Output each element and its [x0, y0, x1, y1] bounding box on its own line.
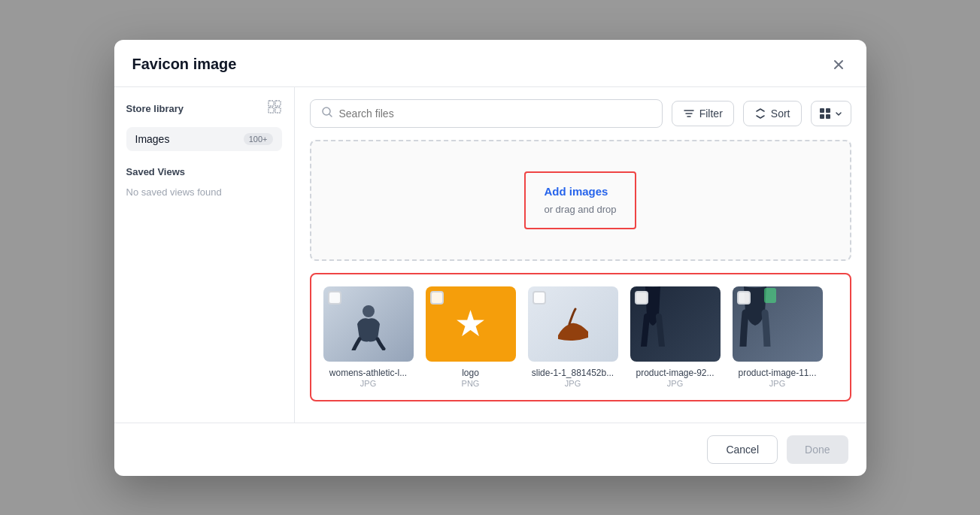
saved-views-label: Saved Views [126, 166, 282, 177]
library-icon [267, 99, 282, 118]
list-item[interactable]: slide-1-1_881452b... JPG [528, 286, 618, 389]
list-item[interactable]: product-image-92... JPG [630, 286, 721, 389]
image-name: slide-1-1_881452b... [532, 368, 614, 380]
drag-drop-text: or drag and drop [544, 204, 616, 215]
image-name: product-image-92... [636, 368, 714, 380]
image-name: product-image-11... [738, 368, 816, 380]
filter-label: Filter [699, 108, 723, 120]
image-checkbox[interactable] [635, 291, 648, 304]
image-type: PNG [462, 379, 480, 388]
upload-area[interactable]: Add images or drag and drop [310, 140, 851, 261]
image-type: JPG [565, 379, 581, 388]
modal-footer: Cancel Done [114, 423, 866, 476]
svg-rect-5 [820, 108, 824, 113]
svg-rect-0 [269, 101, 274, 106]
svg-rect-6 [826, 108, 830, 113]
star-icon: ★ [454, 306, 487, 342]
list-item[interactable]: ★ logo PNG [426, 286, 516, 389]
image-checkbox[interactable] [532, 291, 546, 304]
toolbar: Filter Sort [310, 99, 851, 128]
search-input[interactable] [339, 108, 651, 120]
image-name: womens-athletic-l... [329, 368, 407, 380]
svg-rect-3 [275, 108, 281, 113]
list-item[interactable]: product-image-11... JPG [733, 286, 823, 389]
modal: Favicon image Store library [114, 40, 866, 476]
sort-button[interactable]: Sort [743, 101, 802, 126]
svg-rect-1 [275, 101, 281, 106]
done-button[interactable]: Done [787, 435, 848, 464]
modal-header: Favicon image [114, 40, 866, 87]
image-thumbnail: ★ [426, 286, 516, 362]
image-type: JPG [360, 379, 376, 388]
image-thumbnail [528, 286, 618, 362]
image-thumbnail [733, 286, 823, 362]
filter-button[interactable]: Filter [672, 101, 734, 126]
store-library-label: Store library [126, 103, 184, 114]
cancel-button[interactable]: Cancel [707, 435, 778, 464]
image-checkbox[interactable] [430, 291, 444, 304]
upload-inner: Add images or drag and drop [524, 171, 636, 229]
main-content: Filter Sort [295, 87, 866, 423]
view-button[interactable] [811, 101, 851, 126]
images-badge: 100+ [244, 133, 273, 145]
sidebar-item-images[interactable]: Images 100+ [126, 127, 282, 151]
image-type: JPG [769, 379, 785, 388]
image-thumbnail [323, 286, 414, 362]
search-box [310, 99, 663, 128]
image-name: logo [462, 368, 479, 380]
no-saved-views: No saved views found [126, 183, 282, 201]
list-item[interactable]: womens-athletic-l... JPG [323, 286, 414, 389]
add-images-button[interactable]: Add images [544, 185, 608, 198]
svg-rect-2 [269, 108, 274, 113]
search-icon [321, 106, 333, 121]
images-label: Images [135, 133, 170, 145]
store-library-section: Store library [126, 99, 282, 118]
sidebar: Store library Images 100+ Saved Views No… [114, 87, 295, 423]
images-grid: womens-athletic-l... JPG ★ logo PNG [323, 286, 838, 389]
image-checkbox[interactable] [328, 291, 341, 304]
image-thumbnail [630, 286, 721, 362]
image-checkbox[interactable] [737, 291, 751, 304]
svg-rect-10 [764, 288, 776, 303]
image-type: JPG [667, 379, 683, 388]
svg-rect-8 [826, 114, 830, 119]
images-grid-wrapper: womens-athletic-l... JPG ★ logo PNG [310, 273, 851, 402]
svg-point-9 [363, 305, 375, 317]
modal-body: Store library Images 100+ Saved Views No… [114, 87, 866, 423]
sort-label: Sort [771, 108, 790, 120]
svg-rect-7 [820, 114, 824, 119]
close-button[interactable] [829, 55, 848, 74]
modal-title: Favicon image [132, 56, 237, 73]
